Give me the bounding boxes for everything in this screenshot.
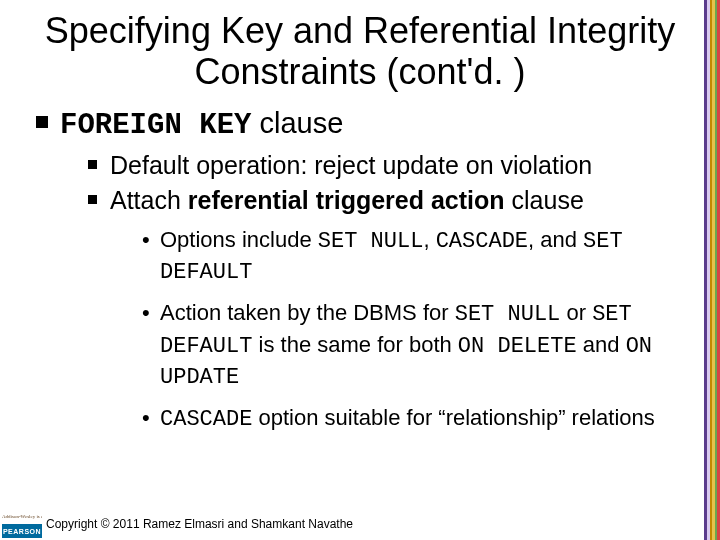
t: or — [560, 300, 592, 325]
bullet-foreign-key-clause: FOREIGN KEY clause Default operation: re… — [34, 105, 692, 435]
slide-body: FOREIGN KEY clause Default operation: re… — [0, 105, 720, 435]
bullet-action-taken: Action taken by the DBMS for SET NULL or… — [138, 298, 692, 393]
code-cascade: CASCADE — [436, 229, 528, 254]
t: Options include — [160, 227, 318, 252]
t: and — [577, 332, 626, 357]
t: , and — [528, 227, 583, 252]
code-on-delete: ON DELETE — [458, 334, 577, 359]
text-clause2: clause — [505, 186, 584, 214]
publisher-logo: Addison-Wesley is an imprint of PEARSON — [2, 508, 42, 538]
slide-title: Specifying Key and Referential Integrity… — [0, 0, 720, 101]
logo-pearson: PEARSON — [2, 524, 42, 538]
t: Action taken by the DBMS for — [160, 300, 455, 325]
logo-imprint-text: Addison-Wesley is an imprint of — [2, 514, 42, 524]
slide-footer: Addison-Wesley is an imprint of PEARSON … — [0, 508, 720, 540]
code-foreign-key: FOREIGN KEY — [60, 109, 251, 142]
bullet-default-operation: Default operation: reject update on viol… — [86, 150, 692, 181]
t: option suitable for “relationship” relat… — [252, 405, 654, 430]
side-accent-stripe — [704, 0, 720, 540]
code-cascade-2: CASCADE — [160, 407, 252, 432]
bullet-cascade-suitable: CASCADE option suitable for “relationshi… — [138, 403, 692, 435]
bullet-options-include: Options include SET NULL, CASCADE, and S… — [138, 225, 692, 288]
t: is the same for both — [252, 332, 457, 357]
t: , — [423, 227, 435, 252]
bullet-attach-triggered-action: Attach referential triggered action clau… — [86, 185, 692, 434]
code-set-null: SET NULL — [318, 229, 424, 254]
copyright-text: Copyright © 2011 Ramez Elmasri and Shamk… — [46, 517, 353, 531]
text-clause: clause — [251, 107, 343, 139]
text-referential-triggered-action: referential triggered action — [188, 186, 505, 214]
slide: { "title": "Specifying Key and Referenti… — [0, 0, 720, 540]
code-set-null-2: SET NULL — [455, 302, 561, 327]
text-attach: Attach — [110, 186, 188, 214]
